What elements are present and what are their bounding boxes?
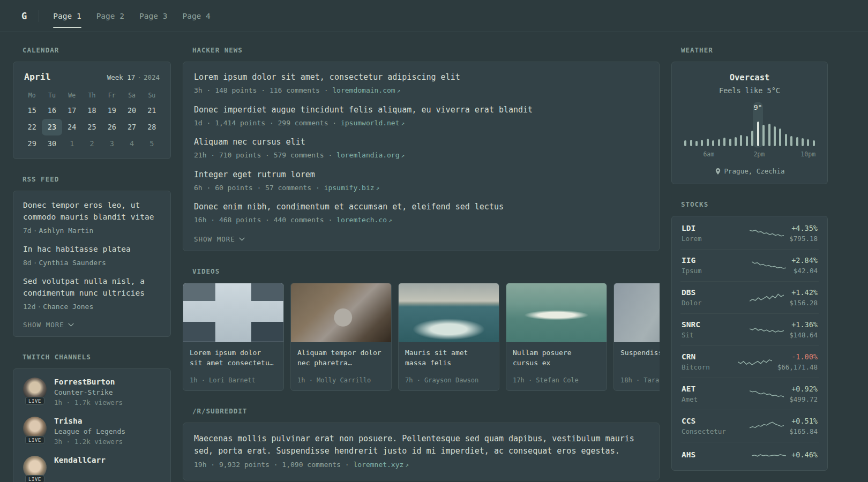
subreddit-widget: /R/SUBREDDIT Maecenas mollis pulvinar er… (183, 407, 660, 480)
stock-row[interactable]: CRN Bitcorn -1.00% $66,171.48 (680, 345, 819, 378)
twitch-channel: LIVE Trisha League of Legends 3h · 1.2k … (23, 417, 161, 446)
stock-change: +0.92% (789, 385, 818, 393)
channel-name[interactable]: ForrestBurton (54, 378, 123, 386)
hn-item-domain-link[interactable]: loremlandia.org↗ (336, 151, 405, 159)
post-title[interactable]: Maecenas mollis pulvinar erat non posuer… (194, 433, 648, 458)
video-meta: 18h · Tara (620, 376, 660, 384)
stock-sparkline (750, 419, 784, 433)
channel-avatar[interactable]: LIVE (23, 378, 47, 401)
stock-row[interactable]: AET Amet +0.92% $499.72 (680, 378, 819, 410)
location-pin-icon (715, 168, 721, 175)
stock-sparkline (750, 291, 784, 305)
stock-sparkline (752, 259, 786, 273)
rss-item-title[interactable]: In hac habitasse platea (23, 244, 161, 255)
hn-item-meta: 16h · 468 points · 440 comments · loremt… (194, 215, 648, 225)
channel-info: Trisha League of Legends 3h · 1.2k viewe… (54, 417, 125, 446)
stock-row[interactable]: DBS Dolor +1.42% $156.28 (680, 281, 819, 313)
external-link-icon: ↗ (376, 185, 380, 192)
current-temp-label: 9° (754, 103, 762, 111)
rss-item-author: Chance Jones (43, 303, 93, 311)
hn-item-title[interactable]: Donec enim nibh, condimentum et accumsan… (194, 201, 648, 213)
hn-item-title[interactable]: Donec imperdiet augue tincidunt felis al… (194, 104, 648, 116)
app-logo[interactable]: G (21, 11, 27, 21)
tab-page-2[interactable]: Page 2 (96, 0, 124, 32)
channel-avatar[interactable]: LIVE (23, 456, 47, 479)
calendar-day: 27 (122, 119, 141, 135)
rss-item: In hac habitasse platea 8d·Cynthia Saund… (23, 244, 161, 268)
channel-avatar[interactable]: LIVE (23, 417, 47, 440)
calendar-card: April Week 17·2024 Mo Tu We Th Fr Sa Su … (13, 62, 171, 159)
domain-label: loremdomain.com (332, 86, 395, 94)
video-thumbnail[interactable] (614, 283, 660, 342)
weather-bar: 9° (755, 103, 760, 146)
post-domain-link[interactable]: loremnet.xyz↗ (353, 461, 409, 469)
video-title[interactable]: Mauris sit amet massa felis (405, 348, 492, 368)
hn-item-stats: 3h · 148 points · 116 comments · (194, 86, 328, 94)
weather-bar (727, 103, 732, 146)
domain-label: loremnet.xyz (353, 461, 403, 469)
stock-id: AHS (682, 450, 746, 461)
calendar-day: 26 (102, 119, 122, 135)
stock-row[interactable]: SNRC Sit +1.36% $148.64 (680, 313, 819, 345)
hn-item: Donec imperdiet augue tincidunt felis al… (194, 104, 648, 129)
hn-item: Aliquam nec cursus elit 21h · 710 points… (194, 137, 648, 161)
hn-item-domain-link[interactable]: ipsumworld.net↗ (341, 119, 405, 127)
stock-name: Bitcorn (682, 363, 732, 371)
weather-bar (777, 103, 783, 146)
calendar-year: 2024 (144, 73, 160, 81)
video-body: Mauris sit amet massa felis 7h · Grayson… (399, 342, 499, 390)
subreddit-post: Maecenas mollis pulvinar erat non posuer… (194, 433, 648, 470)
stock-sparkline (752, 449, 786, 463)
stock-id: CCS Consectetur (682, 417, 744, 435)
show-more-button[interactable]: SHOW MORE (23, 320, 74, 329)
video-body: Lorem ipsum dolor sit amet consectetu… 1… (183, 342, 283, 390)
stock-row[interactable]: LDI Lorem +4.35% $795.18 (680, 217, 819, 249)
video-card: Nullam posuere cursus ex 17h · Stefan Co… (506, 283, 607, 391)
hn-item-title[interactable]: Lorem ipsum dolor sit amet, consectetur … (194, 72, 648, 83)
tab-page-3[interactable]: Page 3 (139, 0, 167, 32)
hn-item-title[interactable]: Aliquam nec cursus elit (194, 137, 648, 148)
video-thumbnail[interactable] (291, 283, 391, 342)
video-title[interactable]: Nullam posuere cursus ex (513, 348, 600, 368)
stock-row[interactable]: AHS +0.46% (680, 442, 819, 469)
video-title[interactable]: Lorem ipsum dolor sit amet consectetu… (190, 348, 277, 368)
hn-item-domain-link[interactable]: loremdomain.com↗ (332, 86, 400, 94)
calendar-day: 28 (142, 119, 162, 135)
video-title[interactable]: Aliquam tempor dolor nec pharetra… (297, 348, 385, 368)
external-link-icon: ↗ (397, 87, 401, 94)
channel-name[interactable]: Trisha (54, 417, 125, 425)
stock-row[interactable]: CCS Consectetur +0.51% $165.84 (680, 410, 819, 442)
stock-change: +4.35% (789, 224, 818, 232)
video-thumbnail[interactable] (183, 283, 283, 342)
video-title[interactable]: Suspendisse diam (620, 348, 660, 358)
weekday-label: Mo (22, 89, 42, 101)
tab-page-4[interactable]: Page 4 (182, 0, 210, 32)
rss-item-time: 7d (23, 227, 32, 235)
show-more-button[interactable]: SHOW MORE (194, 234, 245, 243)
stock-row[interactable]: IIG Ipsum +2.84% $42.04 (680, 249, 819, 281)
channel-viewers: 3h · 1.2k viewers (54, 438, 125, 446)
live-badge: LIVE (25, 475, 44, 482)
rss-item-title[interactable]: Sed volutpat nulla nisl, a condimentum n… (23, 276, 161, 299)
rss-item-title[interactable]: Donec tempor eros leo, ut commodo mauris… (23, 200, 161, 223)
calendar-day: 24 (62, 119, 82, 135)
video-thumbnail[interactable] (399, 283, 499, 342)
tab-page-1[interactable]: Page 1 (53, 0, 81, 32)
stocks-widget: STOCKS LDI Lorem +4.35% $795.18 IIG (671, 200, 828, 471)
hn-item-domain-link[interactable]: loremtech.co↗ (336, 216, 392, 224)
stock-symbol: CRN (682, 352, 732, 361)
calendar-dates: 15 16 17 18 19 20 21 22 23 24 25 26 27 2… (22, 102, 162, 152)
rss-item: Sed volutpat nulla nisl, a condimentum n… (23, 276, 161, 312)
external-link-icon: ↗ (401, 152, 405, 159)
channel-name[interactable]: KendallCarr (54, 456, 106, 464)
weather-bar (738, 103, 744, 146)
stocks-card: LDI Lorem +4.35% $795.18 IIG Ipsum (671, 216, 828, 471)
video-thumbnail[interactable] (506, 283, 607, 342)
hn-item-domain-link[interactable]: ipsumify.biz↗ (324, 184, 380, 192)
calendar-widget: CALENDAR April Week 17·2024 Mo Tu We Th … (13, 46, 171, 159)
hn-item-title[interactable]: Integer eget rutrum lorem (194, 169, 648, 180)
channel-info: ForrestBurton Counter-Strike 1h · 1.7k v… (54, 378, 123, 406)
weather-hourly-chart: 9° (682, 103, 818, 146)
video-card: Lorem ipsum dolor sit amet consectetu… 1… (183, 283, 284, 391)
stock-symbol: AET (682, 385, 744, 393)
